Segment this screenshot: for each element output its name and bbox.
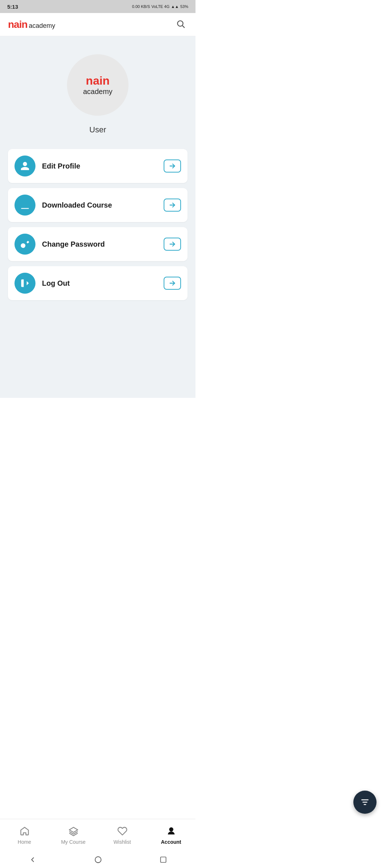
edit-profile-label: Edit Profile [42,162,164,170]
status-time: 5:13 [7,4,18,10]
arrow-right-icon [168,201,176,209]
key-icon [20,239,30,249]
logout-icon [20,278,30,288]
arrow-right-icon [168,162,176,170]
downloaded-course-item[interactable]: Downloaded Course [8,188,188,222]
signal-icon: ▲▲ [171,4,179,9]
person-icon [20,161,30,171]
arrow-right-icon [168,240,176,248]
app-logo: nain academy [8,19,55,30]
network-speed: 0.00 KB/S [132,4,150,9]
main-content: nain academy User Edit Profile [0,36,196,398]
menu-list: Edit Profile Downloaded Course [0,145,196,309]
avatar-logo-nain: nain [83,75,112,87]
log-out-label: Log Out [42,279,164,288]
arrow-right-icon [168,279,176,287]
search-icon [176,19,185,29]
log-out-item[interactable]: Log Out [8,266,188,300]
change-password-label: Change Password [42,240,164,248]
svg-line-1 [182,26,185,28]
battery-level: 53% [180,4,188,9]
logo-nain: nain [8,19,28,30]
change-password-arrow[interactable] [164,238,181,251]
edit-profile-icon-circle [14,156,35,176]
download-icon-circle [14,195,35,216]
change-password-item[interactable]: Change Password [8,227,188,261]
username: User [89,125,106,135]
edit-profile-item[interactable]: Edit Profile [8,149,188,183]
network-type: VoLTE 4G [151,4,169,9]
status-icons: 0.00 KB/S VoLTE 4G ▲▲ 53% [132,4,188,9]
downloaded-course-label: Downloaded Course [42,201,164,209]
avatar: nain academy [67,54,129,116]
downloaded-course-arrow[interactable] [164,199,181,212]
log-out-arrow[interactable] [164,277,181,290]
status-bar: 5:13 0.00 KB/S VoLTE 4G ▲▲ 53% [0,0,196,13]
download-icon [20,200,30,210]
edit-profile-arrow[interactable] [164,159,181,173]
search-button[interactable] [174,17,188,32]
profile-section: nain academy User [0,36,196,145]
avatar-logo-academy: academy [83,88,112,95]
key-icon-circle [14,234,35,255]
logout-icon-circle [14,273,35,294]
svg-point-0 [177,21,183,26]
logo-academy: academy [29,22,55,30]
top-bar: nain academy [0,13,196,36]
